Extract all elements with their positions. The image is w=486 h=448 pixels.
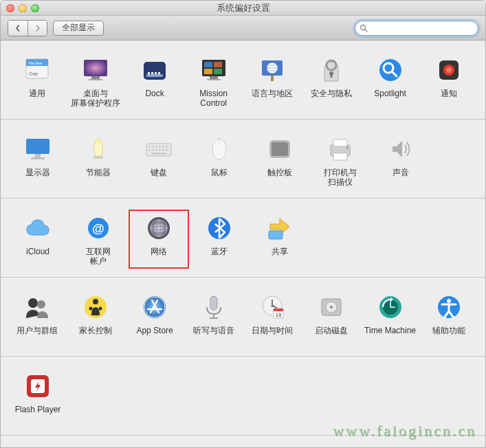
timemachine-icon: [375, 292, 406, 322]
section-row: iCloud@互联网 帐户网络蓝牙共享: [8, 210, 478, 269]
pref-item-desktop[interactable]: 桌面与 屏幕保护程序: [67, 52, 126, 111]
svg-rect-19: [214, 69, 222, 74]
pref-item-displays[interactable]: 显示器: [8, 131, 68, 190]
pref-item-parental[interactable]: 家长控制: [67, 289, 126, 348]
flash-iconbox: [19, 370, 57, 402]
pref-item-keyboard[interactable]: 键盘: [129, 131, 189, 190]
svg-rect-39: [148, 146, 151, 148]
pref-item-spotlight[interactable]: Spotlight: [361, 52, 420, 111]
users-iconbox: [18, 291, 56, 323]
pref-item-label: 显示器: [25, 168, 50, 187]
pref-item-printers[interactable]: 打印机与 扫描仪: [310, 131, 371, 190]
icloud-iconbox: [19, 212, 57, 244]
section-row: Flash Player: [8, 368, 478, 427]
search-field[interactable]: [355, 21, 478, 36]
svg-rect-51: [151, 153, 166, 155]
internet-iconbox: @: [79, 212, 118, 244]
pref-item-accessibility[interactable]: 辅助功能: [419, 289, 478, 348]
pref-item-label: 声音: [393, 168, 409, 187]
pref-item-startupdisk[interactable]: 启动磁盘: [302, 289, 361, 348]
pref-item-label: Spotlight: [374, 89, 406, 108]
pref-item-general[interactable]: File NewOne通用: [8, 52, 67, 111]
pref-item-label: 桌面与 屏幕保护程序: [71, 89, 120, 108]
pref-item-timemachine[interactable]: Time Machine: [361, 289, 420, 348]
back-button[interactable]: [8, 21, 27, 36]
nav-segment: [8, 20, 47, 36]
internet-icon: @: [83, 213, 113, 243]
pref-item-mouse[interactable]: 鼠标: [189, 131, 250, 190]
pref-item-flash[interactable]: Flash Player: [8, 368, 68, 427]
parental-iconbox: [76, 291, 115, 323]
pref-item-internet[interactable]: @互联网 帐户: [68, 210, 129, 269]
pref-item-icloud[interactable]: iCloud: [8, 210, 68, 269]
pref-item-label: Flash Player: [15, 405, 61, 424]
pref-item-label: 听写与语音: [193, 326, 234, 345]
pref-item-network[interactable]: 网络: [129, 210, 189, 269]
svg-point-73: [93, 299, 98, 304]
pref-item-dictation[interactable]: 听写与语音: [184, 289, 243, 348]
svg-rect-7: [91, 76, 100, 79]
icloud-icon: [23, 213, 53, 243]
chevron-right-icon: [34, 25, 41, 32]
svg-line-1: [365, 30, 367, 32]
pref-item-datetime[interactable]: 18日期与时间: [243, 289, 302, 348]
dock-iconbox: [135, 54, 174, 86]
parental-icon: [80, 292, 111, 322]
trackpad-icon: [265, 134, 295, 164]
preferences-grid: File NewOne通用桌面与 屏幕保护程序DockMission Contr…: [1, 41, 485, 447]
pref-item-label: 触控板: [267, 168, 292, 187]
pref-item-energy[interactable]: 节能器: [68, 131, 129, 190]
show-all-button[interactable]: 全部显示: [53, 21, 104, 36]
pref-item-label: Mission Control: [199, 89, 228, 108]
svg-point-71: [37, 300, 45, 309]
displays-iconbox: [19, 133, 57, 165]
svg-point-98: [447, 299, 451, 303]
svg-text:One: One: [29, 71, 38, 76]
pref-item-label: App Store: [136, 326, 173, 345]
pref-item-security[interactable]: 安全与隐私: [302, 52, 361, 111]
svg-rect-9: [144, 62, 166, 80]
pref-item-label: 鼠标: [211, 168, 228, 187]
users-icon: [22, 292, 52, 322]
network-icon: [144, 213, 174, 243]
language-iconbox: [253, 54, 291, 86]
pref-item-language[interactable]: 语言与地区: [243, 52, 302, 111]
pref-item-users[interactable]: 用户与群组: [8, 289, 67, 348]
pref-item-dock[interactable]: Dock: [125, 52, 184, 111]
svg-rect-69: [269, 231, 283, 239]
section-4: Flash Player: [1, 357, 485, 436]
svg-rect-17: [214, 62, 222, 67]
displays-icon: [23, 134, 53, 164]
svg-rect-47: [155, 149, 157, 151]
pref-item-label: 日期与时间: [252, 326, 293, 345]
svg-rect-8: [89, 79, 102, 80]
svg-rect-13: [155, 72, 157, 74]
svg-rect-10: [146, 74, 163, 77]
forward-button[interactable]: [27, 21, 47, 36]
svg-rect-57: [333, 139, 347, 146]
svg-text:@: @: [92, 222, 104, 236]
pref-item-label: iCloud: [26, 247, 49, 266]
search-input[interactable]: [371, 23, 474, 33]
pref-item-bluetooth[interactable]: 蓝牙: [189, 210, 250, 269]
svg-rect-41: [155, 146, 157, 148]
svg-rect-49: [162, 149, 164, 151]
svg-rect-16: [204, 62, 212, 67]
pref-item-sharing[interactable]: 共享: [250, 210, 310, 269]
pref-item-sound[interactable]: 声音: [371, 131, 431, 190]
pref-item-appstore[interactable]: App Store: [125, 289, 184, 348]
pref-item-label: 互联网 帐户: [86, 247, 111, 266]
language-icon: [257, 55, 287, 85]
pref-item-notifications[interactable]: 通知: [419, 52, 478, 111]
svg-rect-21: [207, 79, 221, 80]
spotlight-iconbox: [371, 54, 410, 86]
dictation-iconbox: [195, 291, 233, 323]
energy-iconbox: [79, 133, 118, 165]
titlebar: 系统偏好设置: [1, 1, 485, 16]
pref-item-mission[interactable]: Mission Control: [184, 52, 243, 111]
svg-rect-58: [333, 153, 347, 160]
search-icon: [360, 24, 368, 32]
section-3: 用户与群组家长控制App Store听写与语音18日期与时间启动磁盘Time M…: [1, 278, 485, 357]
system-preferences-window: 系统偏好设置 全部显示 File NewOne通用桌面与 屏幕保护程序DockM…: [0, 0, 486, 448]
pref-item-trackpad[interactable]: 触控板: [250, 131, 310, 190]
